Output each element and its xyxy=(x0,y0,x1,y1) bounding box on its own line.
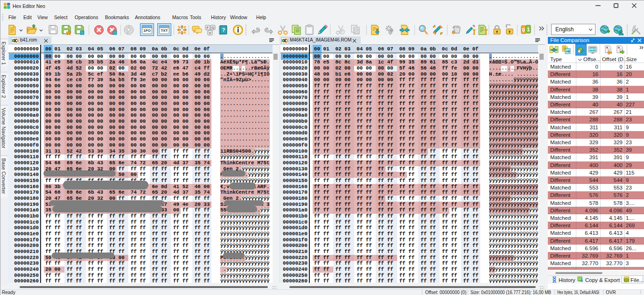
svg-text:V: V xyxy=(209,31,211,35)
svg-text:HEX: HEX xyxy=(589,48,596,51)
svg-text:?: ? xyxy=(222,27,225,33)
svg-text:F: F xyxy=(207,26,209,30)
svg-text:0: 0 xyxy=(522,27,525,33)
svg-text:G: G xyxy=(211,26,214,30)
svg-text:1: 1 xyxy=(527,27,530,32)
